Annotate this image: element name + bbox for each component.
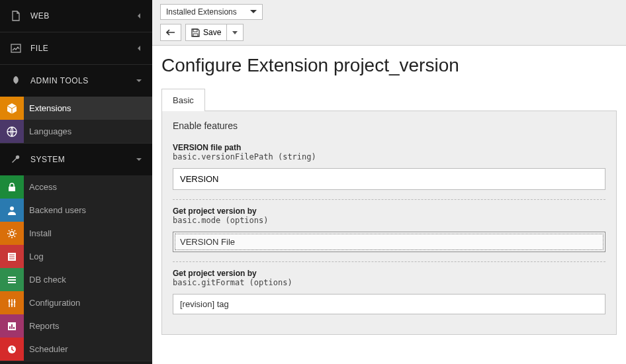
return-icon	[166, 28, 175, 36]
dropdown-label: Installed Extensions	[166, 7, 237, 17]
svg-rect-2	[9, 187, 15, 191]
sidebar-item-label: Configuration	[29, 291, 80, 314]
nav-group-web[interactable]: WEB	[0, 0, 152, 32]
back-button[interactable]	[160, 24, 181, 41]
globe-icon	[0, 120, 24, 143]
svg-point-7	[11, 303, 13, 305]
field-label: Get project version by	[173, 269, 605, 278]
sidebar-item-languages[interactable]: Languages	[0, 120, 152, 143]
image-icon	[9, 42, 22, 55]
sidebar-item-backend-users[interactable]: Backend users	[0, 199, 152, 222]
page-title: Configure Extension project_version	[161, 55, 617, 76]
sidebar-item-label: Reports	[29, 314, 60, 338]
field-label: VERSION file path	[173, 143, 605, 152]
form-panel: Enable features VERSION file path basic.…	[161, 111, 617, 335]
user-icon	[0, 199, 24, 222]
version-file-path-input[interactable]	[173, 168, 605, 190]
gear-icon	[0, 222, 24, 245]
sidebar-item-install[interactable]: Install	[0, 222, 152, 245]
sidebar-item-label: Extensions	[29, 97, 71, 120]
field-sublabel: basic.gitFormat (options)	[173, 278, 605, 287]
save-label: Save	[203, 28, 221, 37]
bars-icon	[0, 268, 24, 291]
save-icon	[191, 28, 200, 37]
section-heading: Enable features	[173, 120, 605, 131]
field-label: Get project version by	[173, 206, 605, 216]
view-dropdown[interactable]: Installed Extensions	[160, 4, 263, 20]
field-mode: Get project version by basic.mode (optio…	[173, 201, 605, 262]
tab-basic[interactable]: Basic	[161, 89, 205, 111]
svg-point-8	[14, 300, 16, 302]
clock-icon	[0, 338, 24, 361]
field-version-file-path: VERSION file path basic.versionFilePath …	[173, 138, 605, 200]
sidebar-item-label: Install	[29, 222, 52, 245]
sidebar-item-extensions[interactable]: Extensions	[0, 97, 152, 120]
rocket-icon	[9, 74, 22, 87]
git-format-select[interactable]: [revision] tag	[173, 294, 605, 314]
nav-group-file[interactable]: FILE	[0, 32, 152, 64]
chevron-down-icon	[250, 10, 257, 14]
caret-down-icon	[232, 31, 238, 34]
mode-select[interactable]: VERSION File	[173, 232, 605, 252]
nav-group-label: FILE	[30, 44, 135, 53]
document-icon	[9, 9, 22, 23]
sidebar-item-access[interactable]: Access	[0, 175, 152, 199]
sidebar-item-scheduler[interactable]: Scheduler	[0, 338, 152, 361]
sidebar-item-configuration[interactable]: Configuration	[0, 291, 152, 314]
nav-group-system[interactable]: SYSTEM	[0, 144, 152, 175]
wrench-icon	[9, 153, 22, 166]
caret-left-icon	[135, 44, 143, 52]
toolbar: Installed Extensions	[152, 0, 626, 46]
nav-group-label: SYSTEM	[30, 155, 135, 164]
caret-down-icon	[135, 156, 143, 163]
sidebar-item-label: DB check	[29, 268, 66, 291]
nav-group-label: WEB	[30, 11, 135, 21]
save-dropdown-button[interactable]	[226, 24, 244, 41]
sidebar-item-label: Backend users	[29, 199, 86, 222]
tab-bar: Basic	[161, 88, 617, 111]
sidebar-item-db-check[interactable]: DB check	[0, 268, 152, 291]
sidebar-item-label: Languages	[29, 120, 71, 143]
svg-rect-11	[11, 324, 13, 329]
field-git-format: Get project version by basic.gitFormat (…	[173, 263, 605, 324]
lock-icon	[0, 175, 24, 199]
report-icon	[0, 314, 24, 338]
sidebar: WEB FILE	[0, 0, 152, 364]
sliders-icon	[0, 291, 24, 314]
sidebar-item-label: Log	[29, 245, 44, 268]
svg-rect-12	[13, 327, 15, 329]
box-icon	[0, 97, 24, 120]
sidebar-item-log[interactable]: Log	[0, 245, 152, 268]
field-sublabel: basic.versionFilePath (string)	[173, 152, 605, 161]
field-sublabel: basic.mode (options)	[173, 216, 605, 225]
caret-down-icon	[135, 77, 143, 85]
svg-point-4	[10, 232, 14, 236]
main-content: Installed Extensions	[152, 0, 626, 364]
caret-left-icon	[135, 12, 143, 20]
list-icon	[0, 245, 24, 268]
sidebar-item-label: Access	[29, 175, 57, 199]
sidebar-item-label: Scheduler	[29, 338, 68, 361]
sidebar-item-reports[interactable]: Reports	[0, 314, 152, 338]
svg-point-6	[9, 300, 11, 302]
svg-point-3	[10, 206, 14, 210]
svg-rect-10	[9, 326, 11, 329]
save-button[interactable]: Save	[185, 24, 226, 41]
nav-group-admin-tools[interactable]: ADMIN TOOLS	[0, 65, 152, 97]
nav-group-label: ADMIN TOOLS	[30, 76, 135, 85]
